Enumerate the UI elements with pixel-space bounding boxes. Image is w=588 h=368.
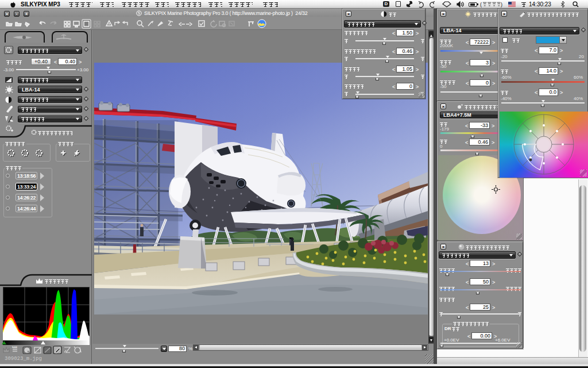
svg-text:EXIF: EXIF — [12, 346, 17, 348]
